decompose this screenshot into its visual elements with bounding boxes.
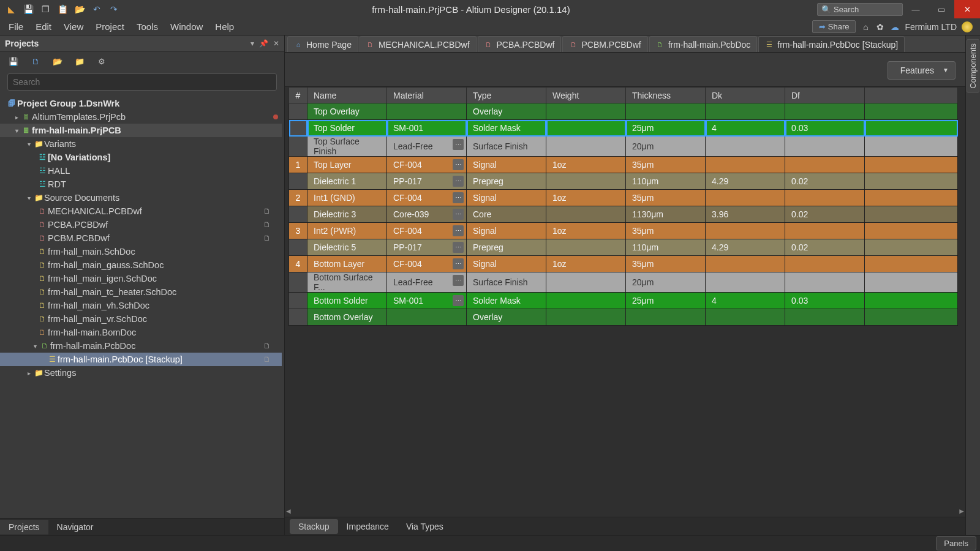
tree-doc[interactable]: 🗋frm-hall_main.SchDoc — [0, 245, 282, 258]
document-tab[interactable]: 🗋PCBA.PCBDwf — [478, 36, 562, 52]
stackup-row[interactable]: Bottom OverlayOverlay — [289, 309, 958, 326]
stackup-cell[interactable] — [289, 120, 307, 137]
stackup-cell[interactable] — [785, 272, 865, 293]
stackup-cell[interactable]: SM-001⋯ — [387, 293, 467, 309]
tab-viatypes[interactable]: Via Types — [398, 519, 452, 534]
toolbar-gear-icon[interactable]: ⚙ — [97, 56, 107, 66]
stackup-cell[interactable]: Bottom Solder — [307, 293, 387, 309]
stackup-cell[interactable] — [865, 173, 958, 190]
stackup-cell[interactable]: Prepreg — [467, 173, 546, 190]
stackup-cell[interactable] — [546, 206, 626, 223]
stackup-cell[interactable] — [706, 309, 785, 326]
tree-doc[interactable]: 🗋frm-hall-main.BomDoc — [0, 326, 282, 339]
stackup-cell[interactable] — [289, 309, 307, 326]
stackup-cell[interactable]: 25μm — [626, 120, 706, 137]
open-icon[interactable]: 📂 — [75, 4, 85, 14]
stackup-cell[interactable]: Signal — [467, 157, 546, 173]
document-tab[interactable]: 🗋MECHANICAL.PCBDwf — [360, 36, 477, 52]
stackup-row[interactable]: Dielectric 5PP-017⋯Prepreg110μm4.290.02 — [289, 239, 958, 256]
stackup-row[interactable]: Top Surface FinishLead-Free⋯Surface Fini… — [289, 137, 958, 157]
stackup-cell[interactable]: CF-004⋯ — [387, 223, 467, 239]
column-header[interactable]: Df — [785, 88, 865, 103]
projects-search-input[interactable] — [7, 73, 277, 91]
stackup-cell[interactable]: Top Surface Finish — [307, 137, 387, 157]
tab-navigator[interactable]: Navigator — [48, 520, 102, 534]
stackup-cell[interactable]: 4 — [289, 256, 307, 272]
stackup-cell[interactable]: CF-004⋯ — [387, 190, 467, 206]
stackup-cell[interactable] — [785, 157, 865, 173]
tree-proj-frmhall[interactable]: ▾ 🗏 frm-hall-main.PrjPCB — [0, 124, 282, 137]
features-button[interactable]: Features — [888, 61, 956, 80]
stackup-cell[interactable] — [706, 157, 785, 173]
stackup-row[interactable]: Top OverlayOverlay — [289, 103, 958, 120]
menu-view[interactable]: View — [59, 20, 88, 34]
material-browse-icon[interactable]: ⋯ — [453, 242, 464, 253]
stackup-cell[interactable] — [865, 239, 958, 256]
material-browse-icon[interactable]: ⋯ — [453, 159, 464, 170]
stackup-cell[interactable]: Core — [467, 206, 546, 223]
stackup-cell[interactable]: 4.29 — [706, 173, 785, 190]
stackup-cell[interactable]: 20μm — [626, 272, 706, 293]
org-label[interactable]: Fermium LTD — [905, 22, 957, 32]
stackup-cell[interactable]: 110μm — [626, 239, 706, 256]
stackup-cell[interactable]: 0.02 — [785, 206, 865, 223]
column-header[interactable]: Type — [467, 88, 546, 103]
stackup-cell[interactable]: Lead-Free⋯ — [387, 272, 467, 293]
stackup-cell[interactable] — [706, 223, 785, 239]
stackup-cell[interactable]: 3.96 — [706, 206, 785, 223]
stackup-cell[interactable] — [706, 103, 785, 120]
undo-icon[interactable]: ↶ — [92, 4, 102, 14]
stackup-cell[interactable] — [289, 137, 307, 157]
document-tab[interactable]: 🗋frm-hall-main.PcbDoc — [649, 36, 758, 52]
stackup-cell[interactable] — [546, 293, 626, 309]
expander-icon[interactable]: ▾ — [24, 195, 33, 201]
stackup-cell[interactable] — [387, 309, 467, 326]
stackup-cell[interactable]: 1oz — [546, 190, 626, 206]
components-tab[interactable]: Components — [967, 39, 979, 93]
stackup-cell[interactable] — [289, 293, 307, 309]
stackup-cell[interactable]: Overlay — [467, 309, 546, 326]
document-tab[interactable]: ☰frm-hall-main.PcbDoc [Stackup] — [758, 36, 905, 52]
stackup-cell[interactable]: Dielectric 1 — [307, 173, 387, 190]
stackup-row[interactable]: Top SolderSM-001Solder Mask25μm40.03 — [289, 120, 958, 137]
stackup-cell[interactable] — [865, 272, 958, 293]
stackup-cell[interactable] — [706, 272, 785, 293]
stackup-cell[interactable]: Bottom Overlay — [307, 309, 387, 326]
stackup-cell[interactable] — [546, 120, 626, 137]
stackup-cell[interactable] — [706, 137, 785, 157]
stackup-row[interactable]: Bottom Surface F...Lead-Free⋯Surface Fin… — [289, 272, 958, 293]
toolbar-open-icon[interactable]: 📂 — [53, 56, 62, 66]
stackup-cell[interactable] — [546, 103, 626, 120]
material-browse-icon[interactable]: ⋯ — [453, 295, 464, 306]
horizontal-scrollbar[interactable]: ◄ ► — [285, 506, 965, 517]
stackup-cell[interactable] — [387, 103, 467, 120]
stackup-cell[interactable] — [546, 309, 626, 326]
tree-doc[interactable]: 🗋frm-hall_main_igen.SchDoc — [0, 272, 282, 285]
project-tree[interactable]: 🗐 Project Group 1.DsnWrk ▸ 🗏 AltiumTempl… — [0, 93, 284, 518]
stackup-row[interactable]: Bottom SolderSM-001⋯Solder Mask25μm40.03 — [289, 293, 958, 309]
panels-button[interactable]: Panels — [936, 536, 976, 550]
tree-doc[interactable]: 🗋MECHANICAL.PCBDwf🗋 — [0, 204, 282, 218]
stackup-cell[interactable] — [785, 190, 865, 206]
stackup-cell[interactable]: CF-004⋯ — [387, 157, 467, 173]
stackup-cell[interactable]: 4 — [706, 120, 785, 137]
stackup-cell[interactable]: 35μm — [626, 223, 706, 239]
stackup-cell[interactable]: Surface Finish — [467, 272, 546, 293]
stackup-cell[interactable]: Dielectric 3 — [307, 206, 387, 223]
stackup-cell[interactable] — [865, 223, 958, 239]
tree-doc-stackup[interactable]: ☰frm-hall-main.PcbDoc [Stackup]🗋 — [0, 353, 282, 366]
share-button[interactable]: ➦ Share — [812, 20, 856, 33]
stackup-row[interactable]: 3Int2 (PWR)CF-004⋯Signal1oz35μm — [289, 223, 958, 239]
column-header[interactable]: Dk — [706, 88, 785, 103]
stackup-cell[interactable]: 1oz — [546, 223, 626, 239]
stackup-cell[interactable] — [865, 293, 958, 309]
material-browse-icon[interactable]: ⋯ — [453, 275, 464, 286]
stackup-cell[interactable]: 0.02 — [785, 239, 865, 256]
stackup-cell[interactable] — [289, 103, 307, 120]
stackup-cell[interactable]: 4 — [706, 293, 785, 309]
stackup-cell[interactable]: Int2 (PWR) — [307, 223, 387, 239]
stackup-row[interactable]: Dielectric 1PP-017⋯Prepreg110μm4.290.02 — [289, 173, 958, 190]
tree-doc[interactable]: 🗋frm-hall_main_tc_heater.SchDoc — [0, 285, 282, 299]
menu-tools[interactable]: Tools — [132, 20, 163, 34]
stackup-cell[interactable]: Bottom Surface F... — [307, 272, 387, 293]
